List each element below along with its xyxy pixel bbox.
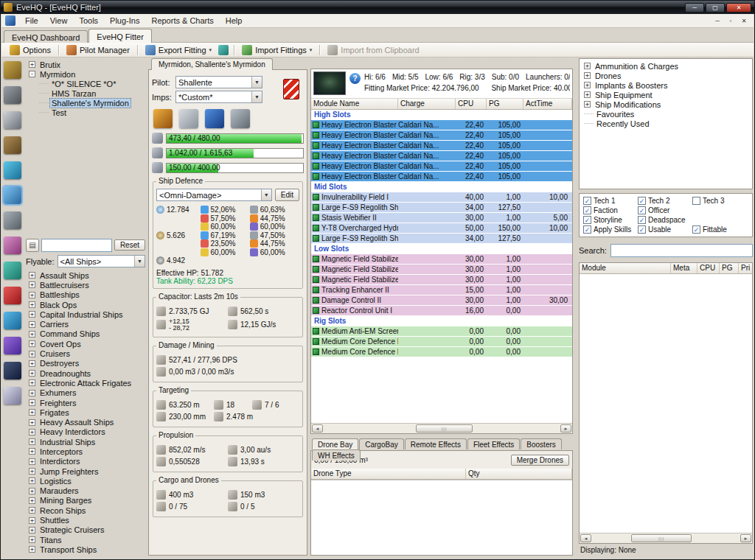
plugin-shortcut-icon-1[interactable] — [4, 61, 21, 79]
child-minimize-button[interactable]: ─ — [711, 15, 724, 26]
shipclass-industrial-ships[interactable]: +Industrial Ships — [26, 437, 147, 447]
fitting-test[interactable]: Test — [26, 108, 145, 117]
expand-icon[interactable]: + — [29, 390, 35, 396]
expand-icon[interactable]: + — [29, 468, 35, 475]
tab-cargobay[interactable]: CargoBay — [359, 438, 403, 449]
fitting-hms-tarzan[interactable]: HMS Tarzan — [26, 88, 145, 98]
expand-icon[interactable]: + — [29, 340, 35, 347]
menu-reports-charts[interactable]: Reports & Charts — [145, 15, 219, 27]
shipclass-electronic-attack-frigates[interactable]: +Electronic Attack Frigates — [26, 378, 147, 388]
shipclass-covert-ops[interactable]: +Covert Ops — [26, 339, 147, 349]
plugin-shortcut-icon-5[interactable] — [4, 161, 21, 179]
export-window-icon-button[interactable] — [216, 44, 231, 56]
module-row-medium-core-defence-field-e[interactable]: Medium Core Defence Field E...0,000,00 — [311, 337, 572, 346]
expand-icon[interactable]: + — [584, 72, 591, 79]
expand-icon[interactable]: + — [29, 507, 35, 514]
utility-toggle-3-icon[interactable] — [205, 109, 224, 128]
import-fittings-button[interactable]: Import Fittings▾ — [237, 44, 316, 56]
module-row-damage-control-ii[interactable]: Damage Control II30,001,0030,00 — [311, 295, 572, 305]
expand-icon[interactable]: + — [29, 409, 35, 416]
module-row-stasis-webifier-ii[interactable]: Stasis Webifier II30,001,005,00 — [311, 213, 572, 223]
shipclass-black-ops[interactable]: +Black Ops — [26, 300, 147, 309]
utility-toggle-2-icon[interactable] — [179, 109, 198, 128]
expand-icon[interactable]: + — [29, 399, 35, 406]
module-row-heavy-electron-blaster-ii[interactable]: Heavy Electron Blaster IICaldari Na...22… — [311, 161, 572, 171]
options-button[interactable]: Options — [5, 44, 55, 56]
shipclass-carriers[interactable]: +Carriers — [26, 319, 147, 329]
shipclass-assault-ships[interactable]: +Assault Ships — [26, 270, 147, 280]
category-implants-boosters[interactable]: +Implants & Boosters — [581, 80, 751, 90]
scroll-left-icon[interactable]: ◄ — [580, 534, 591, 542]
expand-icon[interactable]: + — [584, 82, 591, 88]
plugin-shortcut-icon-4[interactable] — [4, 136, 21, 154]
category-recently-used[interactable]: Recently Used — [581, 119, 751, 128]
utility-toggle-4-icon[interactable] — [231, 109, 250, 128]
ship-search-input[interactable] — [41, 239, 112, 252]
pilot-info-icon[interactable] — [283, 79, 299, 99]
category-favourites[interactable]: Favourites — [581, 109, 751, 119]
shipclass-interdictors[interactable]: +Interdictors — [26, 457, 147, 466]
scroll-right-icon[interactable]: ► — [740, 534, 751, 542]
menu-file[interactable]: File — [19, 15, 44, 27]
close-button[interactable]: ✕ — [726, 3, 751, 13]
shipclass-titans[interactable]: +Titans — [26, 535, 147, 545]
category-ship-modifications[interactable]: +Ship Modifications — [581, 99, 751, 109]
column-cpu[interactable]: CPU — [697, 263, 720, 273]
shipclass-heavy-assault-ships[interactable]: +Heavy Assault Ships — [26, 417, 147, 427]
expand-icon[interactable]: + — [29, 321, 35, 328]
item-search-input[interactable] — [610, 244, 753, 257]
scroll-right-icon[interactable]: ► — [560, 424, 571, 433]
tab-wh-effects[interactable]: WH Effects — [312, 449, 361, 461]
shipclass-battleships[interactable]: +Battleships — [26, 290, 147, 300]
expand-icon[interactable]: + — [29, 458, 35, 465]
filter-tech-1[interactable]: ✓Tech 1 — [583, 197, 638, 205]
column-pg[interactable]: PG — [487, 99, 523, 109]
column-module-name[interactable]: Module Name — [311, 99, 398, 109]
plugin-shortcut-icon-14[interactable] — [4, 387, 21, 405]
hscroll-thumb[interactable]: ||| — [416, 424, 473, 433]
reset-button[interactable]: Reset — [114, 239, 145, 251]
menu-help[interactable]: Help — [220, 15, 248, 27]
shipclass-strategic-cruisers[interactable]: +Strategic Cruisers — [26, 525, 147, 535]
filter-faction[interactable]: ✓Faction — [583, 206, 638, 214]
shipclass-destroyers[interactable]: +Destroyers — [26, 359, 147, 368]
plugin-shortcut-icon-11[interactable] — [4, 312, 21, 329]
category-drones[interactable]: +Drones — [581, 71, 751, 80]
shipclass-jump-freighters[interactable]: +Jump Freighters — [26, 466, 147, 476]
shipclass-frigates[interactable]: +Frigates — [26, 407, 147, 417]
menu-view[interactable]: View — [44, 15, 74, 27]
column-cpu[interactable]: CPU — [456, 99, 487, 109]
expand-icon[interactable]: + — [584, 101, 591, 108]
module-row-magnetic-field-stabilizer-ii[interactable]: Magnetic Field Stabilizer II30,001,00 — [311, 254, 572, 264]
shipclass-shuttles[interactable]: +Shuttles — [26, 515, 147, 525]
minimize-button[interactable]: ─ — [685, 3, 704, 13]
shipclass-freighters[interactable]: +Freighters — [26, 398, 147, 407]
shipclass-command-ships[interactable]: +Command Ships — [26, 329, 147, 339]
module-row-tracking-enhancer-ii[interactable]: Tracking Enhancer II15,001,00 — [311, 285, 572, 295]
module-row-medium-anti-em-screen-reinf[interactable]: Medium Anti-EM Screen Reinf...0,000,00 — [311, 326, 572, 336]
tab-fleet-effects[interactable]: Fleet Effects — [467, 438, 520, 449]
tab-remote-effects[interactable]: Remote Effects — [405, 438, 467, 449]
shipclass-logistics[interactable]: +Logistics — [26, 476, 147, 486]
pilot-select[interactable]: Shallente ▼ — [175, 76, 262, 88]
column-meta[interactable]: Meta — [671, 263, 697, 273]
fitting-myrmidon[interactable]: -Myrmidon — [26, 69, 145, 79]
fitting-o-silence-o[interactable]: *O* SILENCE *O* — [26, 79, 145, 88]
hscroll-thumb[interactable]: ||| — [631, 534, 692, 542]
category-ship-equipment[interactable]: +Ship Equipment — [581, 90, 751, 99]
module-row-large-f-s9-regolith-shield-in[interactable]: Large F-S9 Regolith Shield In...34,00127… — [311, 203, 572, 212]
expand-icon[interactable]: + — [29, 281, 35, 288]
shipclass-heavy-interdictors[interactable]: +Heavy Interdictors — [26, 427, 147, 437]
child-close-button[interactable]: ✕ — [737, 15, 751, 26]
plugin-shortcut-icon-6[interactable] — [4, 186, 21, 204]
expand-icon[interactable]: + — [29, 429, 35, 435]
column-module[interactable]: Module — [580, 263, 671, 273]
utility-toggle-1-icon[interactable] — [153, 109, 173, 128]
implants-select[interactable]: *Custom* ▼ — [175, 91, 262, 103]
filter-deadspace[interactable]: ✓Deadspace — [638, 216, 692, 224]
shipclass-interceptors[interactable]: +Interceptors — [26, 447, 147, 456]
ship-list-icon[interactable]: ▤ — [26, 239, 39, 252]
fitting-brutix[interactable]: +Brutix — [26, 60, 145, 69]
module-row-magnetic-field-stabilizer-ii[interactable]: Magnetic Field Stabilizer II30,001,00 — [311, 275, 572, 284]
expand-icon[interactable]: + — [29, 546, 35, 553]
